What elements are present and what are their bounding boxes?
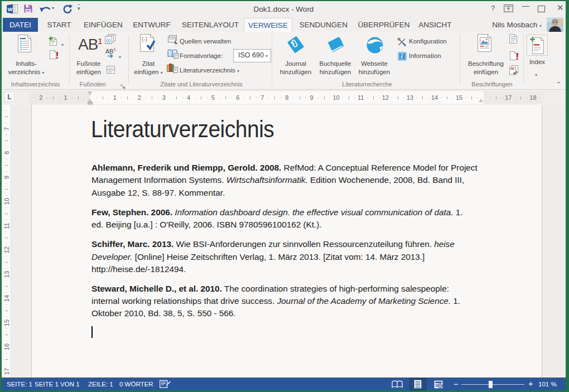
svg-text:(-): (-) — [142, 36, 147, 42]
svg-text:W: W — [8, 6, 13, 12]
svg-text:(i): (i) — [106, 38, 110, 43]
svg-text:!: ! — [56, 51, 59, 60]
svg-text:!: ! — [516, 52, 519, 61]
